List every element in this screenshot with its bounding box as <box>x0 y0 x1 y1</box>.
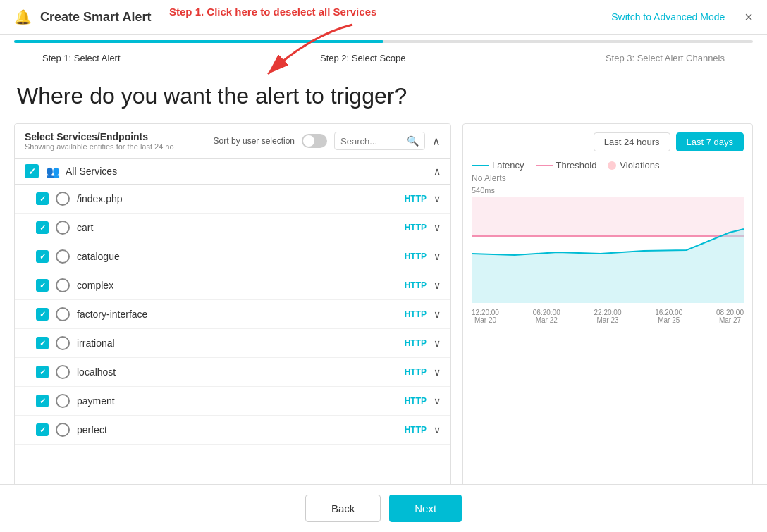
service-checkbox[interactable] <box>36 192 49 205</box>
service-circle-icon <box>56 394 70 408</box>
service-tag: HTTP <box>405 280 427 290</box>
x-label-0: 12:20:00 Mar 20 <box>472 309 499 324</box>
chart-header: Last 24 hours Last 7 days <box>472 132 744 151</box>
left-panel: Select Services/Endpoints Showing availa… <box>14 123 451 514</box>
header-left: 🔔 Create Smart Alert <box>14 8 151 25</box>
latency-line-icon <box>472 165 489 166</box>
service-checkbox[interactable] <box>36 308 49 321</box>
panel-header-left: Select Services/Endpoints Showing availa… <box>25 131 174 151</box>
close-button[interactable]: × <box>744 9 753 25</box>
expand-icon[interactable]: ∨ <box>434 222 441 233</box>
service-circle-icon <box>56 423 70 437</box>
panel-subheading: Showing available entities for the last … <box>25 142 174 151</box>
service-circle-icon <box>56 278 70 292</box>
all-services-checkbox[interactable] <box>25 164 39 178</box>
right-panel: Last 24 hours Last 7 days Latency Thresh… <box>462 123 753 514</box>
service-checkbox[interactable] <box>36 250 49 263</box>
violations-label: Violations <box>620 160 659 171</box>
sort-toggle[interactable] <box>302 134 327 148</box>
toggle-thumb <box>303 135 314 147</box>
service-row[interactable]: factory-interface HTTP ∨ <box>15 300 450 329</box>
collapse-button[interactable]: ∧ <box>432 135 441 148</box>
x-label-1: 06:20:00 Mar 22 <box>533 309 560 324</box>
service-circle-icon <box>56 192 70 206</box>
search-input[interactable] <box>340 136 404 147</box>
service-row[interactable]: payment HTTP ∨ <box>15 387 450 416</box>
violations-dot-icon <box>608 161 616 170</box>
service-row[interactable]: complex HTTP ∨ <box>15 271 450 300</box>
service-row[interactable]: localhost HTTP ∨ <box>15 358 450 387</box>
service-circle-icon <box>56 221 70 235</box>
no-alerts-label: No Alerts <box>472 173 744 183</box>
service-name: perfect <box>77 424 405 435</box>
page-title: Where do you want the alert to trigger? <box>0 72 767 123</box>
service-circle-icon <box>56 336 70 350</box>
x-label-2: 22:20:00 Mar 23 <box>594 309 622 324</box>
service-name: complex <box>77 280 405 291</box>
service-tag: HTTP <box>405 425 427 435</box>
expand-icon[interactable]: ∨ <box>434 338 441 349</box>
service-name: catalogue <box>77 251 405 262</box>
service-tag: HTTP <box>405 396 427 406</box>
service-name: payment <box>77 395 405 407</box>
service-checkbox[interactable] <box>36 395 49 407</box>
main-content: Select Services/Endpoints Showing availa… <box>0 123 767 514</box>
service-row[interactable]: perfect HTTP ∨ <box>15 416 450 445</box>
chevron-up-icon[interactable]: ∧ <box>434 166 441 177</box>
footer: Back Next <box>0 484 767 532</box>
panel-header: Select Services/Endpoints Showing availa… <box>15 124 450 159</box>
next-button[interactable]: Next <box>389 495 462 522</box>
steps-labels: Step 1: Select Alert Step 2: Select Scop… <box>0 49 767 72</box>
expand-icon[interactable]: ∨ <box>434 424 441 435</box>
service-checkbox[interactable] <box>36 423 49 436</box>
modal-title: Create Smart Alert <box>40 10 151 25</box>
service-list: /index.php HTTP ∨ cart HTTP ∨ catalogue … <box>15 185 450 514</box>
service-name: irrational <box>77 338 405 349</box>
progress-bar-container <box>0 40 767 43</box>
service-name: factory-interface <box>77 309 405 320</box>
expand-icon[interactable]: ∨ <box>434 309 441 320</box>
step-3-label: Step 3: Select Alert Channels <box>606 53 725 63</box>
time-btn-24h[interactable]: Last 24 hours <box>594 132 670 151</box>
service-tag: HTTP <box>405 338 427 348</box>
latency-label: Latency <box>492 160 524 171</box>
search-icon: 🔍 <box>407 135 419 147</box>
threshold-label: Threshold <box>556 160 597 171</box>
service-row[interactable]: cart HTTP ∨ <box>15 214 450 242</box>
expand-icon[interactable]: ∨ <box>434 395 441 407</box>
service-tag: HTTP <box>405 194 427 204</box>
legend-violations: Violations <box>608 160 659 171</box>
expand-icon[interactable]: ∨ <box>434 366 441 378</box>
expand-icon[interactable]: ∨ <box>434 251 441 262</box>
service-checkbox[interactable] <box>36 279 49 292</box>
x-label-4: 08:20:00 Mar 27 <box>716 309 744 324</box>
x-label-3: 16:20:00 Mar 25 <box>655 309 682 324</box>
service-row[interactable]: /index.php HTTP ∨ <box>15 185 450 214</box>
chart-legend: Latency Threshold Violations <box>472 160 744 171</box>
all-services-label: All Services <box>66 166 434 177</box>
service-tag: HTTP <box>405 223 427 233</box>
service-checkbox[interactable] <box>36 366 49 378</box>
expand-icon[interactable]: ∨ <box>434 193 441 204</box>
advanced-mode-link[interactable]: Switch to Advanced Mode <box>611 11 725 23</box>
service-checkbox[interactable] <box>36 221 49 234</box>
progress-fill <box>14 40 384 43</box>
svg-rect-1 <box>472 197 744 236</box>
all-services-row[interactable]: 👥 All Services ∧ <box>15 159 450 185</box>
panel-header-right: Sort by user selection 🔍 ∧ <box>214 132 441 150</box>
threshold-line-icon <box>536 165 553 166</box>
search-box: 🔍 <box>334 132 425 150</box>
service-row[interactable]: catalogue HTTP ∨ <box>15 242 450 271</box>
service-tag: HTTP <box>405 252 427 261</box>
service-row[interactable]: irrational HTTP ∨ <box>15 329 450 358</box>
sort-label: Sort by user selection <box>214 136 295 146</box>
step-1-label: Step 1: Select Alert <box>42 53 121 63</box>
service-circle-icon <box>56 365 70 379</box>
back-button[interactable]: Back <box>305 495 381 522</box>
service-checkbox[interactable] <box>36 337 49 349</box>
expand-icon[interactable]: ∨ <box>434 280 441 291</box>
time-btn-7d[interactable]: Last 7 days <box>676 132 744 151</box>
service-circle-icon <box>56 307 70 321</box>
service-name: localhost <box>77 366 405 378</box>
service-tag: HTTP <box>405 367 427 377</box>
